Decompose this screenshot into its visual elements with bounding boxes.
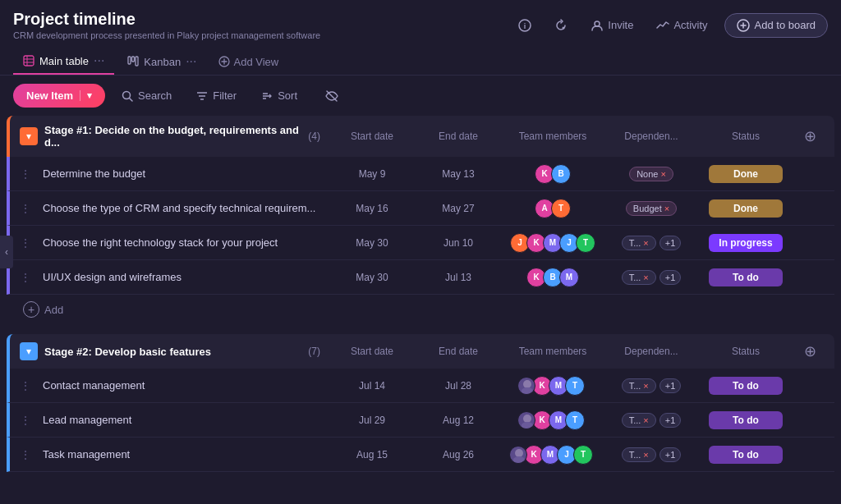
stage-1-header[interactable]: ▾ Stage #1: Decide on the budget, requir… xyxy=(7,116,834,157)
search-button[interactable]: Search xyxy=(113,85,180,107)
tab-kanban[interactable]: Kanban ··· xyxy=(117,49,206,74)
stage-1-chevron[interactable]: ▾ xyxy=(20,127,38,145)
add-row-1[interactable]: + Add xyxy=(7,295,834,324)
dep-tag[interactable]: T... × xyxy=(622,378,656,393)
task-start-date: Aug 15 xyxy=(327,449,417,460)
avatar: T xyxy=(565,410,585,430)
search-label: Search xyxy=(138,89,172,102)
status-badge[interactable]: To do xyxy=(709,411,783,429)
task-name: Choose the right technology stack for yo… xyxy=(43,236,327,249)
page-subtitle: CRM development process presented in Pla… xyxy=(13,30,320,40)
info-button[interactable]: i xyxy=(512,16,538,35)
task-name: UI/UX design and wireframes xyxy=(43,271,327,283)
task-status: Done xyxy=(696,199,795,218)
filter-icon xyxy=(196,90,208,102)
dep-tag[interactable]: T... × xyxy=(622,270,656,285)
add-to-board-button[interactable]: Add to board xyxy=(724,13,828,38)
drag-handle[interactable]: ⋮ xyxy=(20,271,36,284)
drag-handle[interactable]: ⋮ xyxy=(20,448,36,461)
status-badge[interactable]: Done xyxy=(709,199,783,218)
dep-plus[interactable]: +1 xyxy=(659,447,682,462)
stage-2-chevron[interactable]: ▾ xyxy=(20,342,38,360)
task-name: Choose the type of CRM and specify techn… xyxy=(43,202,327,214)
task-start-date: May 30 xyxy=(327,272,417,283)
dep-tag[interactable]: Budget × xyxy=(626,201,677,216)
new-item-button[interactable]: New Item ▾ xyxy=(13,84,105,108)
status-badge[interactable]: To do xyxy=(709,268,783,286)
avatar: T xyxy=(576,233,595,253)
task-dep: T... × +1 xyxy=(606,378,696,393)
dep-plus[interactable]: +1 xyxy=(659,236,682,250)
activity-button[interactable]: Activity xyxy=(650,16,714,35)
status-badge[interactable]: In progress xyxy=(709,234,783,252)
task-dep: T... × +1 xyxy=(606,270,696,285)
col-start-date-1: Start date xyxy=(327,131,417,142)
stage-2-section: ▾ Stage #2: Develop basic features (7) S… xyxy=(7,334,834,472)
invite-button[interactable]: Invite xyxy=(584,16,640,35)
info-icon: i xyxy=(518,19,531,32)
status-badge[interactable]: Done xyxy=(709,165,783,183)
drag-handle[interactable]: ⋮ xyxy=(20,202,36,215)
hide-button[interactable] xyxy=(317,85,347,107)
dep-plus[interactable]: +1 xyxy=(659,270,682,285)
tab-main-table-label: Main table xyxy=(39,55,89,67)
sort-icon xyxy=(261,90,273,102)
dep-tag[interactable]: T... × xyxy=(622,447,656,462)
dep-tag[interactable]: T... × xyxy=(622,236,656,250)
task-status: To do xyxy=(696,268,795,286)
tab-main-table-dots[interactable]: ··· xyxy=(94,53,104,68)
col-add-1[interactable]: ⊕ xyxy=(795,127,825,145)
stage-2-header[interactable]: ▾ Stage #2: Develop basic features (7) S… xyxy=(7,334,834,369)
dep-plus[interactable]: +1 xyxy=(659,413,682,428)
dep-tag[interactable]: T... × xyxy=(622,413,656,428)
svg-point-3 xyxy=(595,21,600,26)
table-icon xyxy=(23,55,34,66)
new-item-chevron[interactable]: ▾ xyxy=(80,90,92,101)
avatar: T xyxy=(551,199,571,218)
dep-plus[interactable]: +1 xyxy=(659,378,682,393)
tab-kanban-dots[interactable]: ··· xyxy=(186,54,196,69)
drag-handle[interactable]: ⋮ xyxy=(20,379,36,392)
drag-handle[interactable]: ⋮ xyxy=(20,414,36,427)
sort-button[interactable]: Sort xyxy=(253,85,306,107)
task-end-date: Aug 12 xyxy=(417,415,499,426)
col-dep-2: Dependen... xyxy=(606,346,696,357)
task-end-date: May 27 xyxy=(417,203,499,214)
drag-handle[interactable]: ⋮ xyxy=(20,167,36,181)
task-end-date: Jul 13 xyxy=(417,272,499,283)
col-end-date-2: End date xyxy=(417,346,499,357)
status-badge[interactable]: To do xyxy=(709,377,783,395)
refresh-button[interactable] xyxy=(548,16,574,35)
task-end-date: May 13 xyxy=(417,168,499,180)
task-end-date: Aug 26 xyxy=(417,449,499,460)
stage-2-count: (7) xyxy=(308,346,320,357)
task-dep: T... × +1 xyxy=(606,236,696,250)
left-collapse-arrow[interactable]: ‹ xyxy=(0,236,13,268)
tab-main-table[interactable]: Main table ··· xyxy=(13,48,114,75)
svg-point-2 xyxy=(563,26,565,29)
content-area: ▾ Stage #1: Decide on the budget, requir… xyxy=(0,116,841,504)
status-badge[interactable]: To do xyxy=(709,446,783,464)
stage-1-col-headers: Start date End date Team members Depende… xyxy=(327,127,825,145)
task-end-date: Jul 28 xyxy=(417,380,499,392)
sort-label: Sort xyxy=(278,89,297,102)
col-add-2[interactable]: ⊕ xyxy=(795,342,825,360)
avatar: M xyxy=(559,268,579,287)
task-name: Lead management xyxy=(43,414,327,426)
stage-1-section: ▾ Stage #1: Decide on the budget, requir… xyxy=(7,116,834,324)
add-view-button[interactable]: Add View xyxy=(210,51,287,73)
filter-button[interactable]: Filter xyxy=(188,85,245,107)
task-start-date: May 9 xyxy=(327,168,417,180)
stage-2-title: Stage #2: Develop basic features xyxy=(44,346,301,358)
activity-icon xyxy=(656,19,669,32)
dep-tag[interactable]: None × xyxy=(629,167,673,181)
refresh-icon xyxy=(554,19,568,32)
avatar-photo xyxy=(517,411,535,429)
col-dep-1: Dependen... xyxy=(606,131,696,142)
plus-circle-icon xyxy=(737,19,750,32)
tab-kanban-label: Kanban xyxy=(144,56,181,68)
kanban-icon xyxy=(127,56,139,67)
task-end-date: Jun 10 xyxy=(417,237,499,249)
task-row: ⋮ Lead management Jul 29 Aug 12 K M T T.… xyxy=(7,403,834,438)
drag-handle[interactable]: ⋮ xyxy=(20,236,36,250)
